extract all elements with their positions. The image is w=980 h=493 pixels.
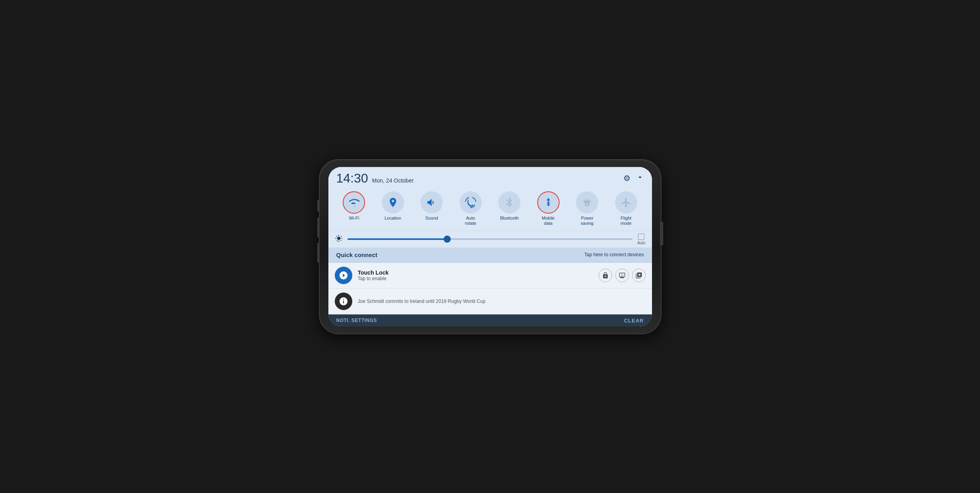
status-bar: 14:30 Mon, 24 October ⚙ xyxy=(328,167,652,188)
notif-news[interactable]: Joe Schmidt commits to Ireland until 201… xyxy=(328,289,652,314)
touchlock-subtitle: Tap to enable xyxy=(358,276,593,281)
location-label: Location xyxy=(385,216,401,221)
autorotate-icon-circle xyxy=(460,191,482,214)
touchlock-title: Touch Lock xyxy=(358,269,593,276)
wifi-icon-circle xyxy=(343,191,365,214)
qs-autorotate[interactable]: Autorotate xyxy=(455,191,487,226)
news-text: Joe Schmidt commits to Ireland until 201… xyxy=(358,299,646,304)
volume-up-button[interactable] xyxy=(317,200,320,212)
mobiledata-label: Mobiledata xyxy=(542,216,555,226)
touchlock-content: Touch Lock Tap to enable xyxy=(358,269,593,281)
brightness-slider[interactable] xyxy=(348,238,632,240)
status-icons-group: ⚙ xyxy=(623,173,644,183)
quick-connect-label: Quick connect xyxy=(336,251,377,258)
touchlock-media-btn[interactable] xyxy=(632,269,646,282)
time-date-group: 14:30 Mon, 24 October xyxy=(336,171,414,186)
powersaving-icon-circle xyxy=(576,191,598,214)
bottom-bar: NOTI. SETTINGS CLEAR xyxy=(328,314,652,326)
date-display: Mon, 24 October xyxy=(372,177,414,184)
touchlock-screen-btn[interactable] xyxy=(615,269,629,282)
sound-label: Sound xyxy=(425,216,438,221)
notifications-area: Touch Lock Tap to enable xyxy=(328,262,652,314)
news-icon xyxy=(335,293,352,310)
brightness-thumb xyxy=(444,236,451,243)
wifi-label: Wi-Fi xyxy=(349,216,359,221)
brightness-sun-icon xyxy=(335,234,343,244)
expand-icon[interactable] xyxy=(636,173,644,183)
power-button[interactable] xyxy=(660,222,663,246)
qs-location[interactable]: Location xyxy=(377,191,409,226)
phone-screen: 14:30 Mon, 24 October ⚙ Wi-Fi xyxy=(328,167,652,326)
brightness-auto-group: Auto xyxy=(637,234,646,245)
brightness-row: Auto xyxy=(328,231,652,247)
quick-connect-tap: Tap here to connect devices xyxy=(584,252,644,257)
notif-touchlock[interactable]: Touch Lock Tap to enable xyxy=(328,263,652,289)
brightness-auto-label: Auto xyxy=(637,241,646,245)
bixby-button[interactable] xyxy=(317,243,320,263)
phone-body: SAMSUNG 14:30 Mon, 24 October ⚙ xyxy=(319,159,662,334)
powersaving-label: Powersaving xyxy=(581,216,593,226)
qs-flightmode[interactable]: Flightmode xyxy=(610,191,642,226)
qs-powersaving[interactable]: Powersaving xyxy=(571,191,603,226)
touchlock-icon xyxy=(335,267,352,284)
brightness-fill xyxy=(348,238,447,240)
quick-settings-panel: Wi-Fi Location Sound xyxy=(328,188,652,231)
touchlock-lock-btn[interactable] xyxy=(599,269,612,282)
qs-wifi[interactable]: Wi-Fi xyxy=(338,191,370,226)
touchlock-actions xyxy=(599,269,646,282)
flightmode-label: Flightmode xyxy=(621,216,632,226)
bluetooth-icon-circle xyxy=(498,191,520,214)
bluetooth-label: Bluetooth xyxy=(500,216,518,221)
mobiledata-icon-circle xyxy=(537,191,560,214)
qs-mobiledata[interactable]: Mobiledata xyxy=(532,191,564,226)
sound-icon-circle xyxy=(420,191,443,214)
brightness-auto-checkbox[interactable] xyxy=(638,234,644,240)
news-content: Joe Schmidt commits to Ireland until 201… xyxy=(358,299,646,304)
qs-bluetooth[interactable]: Bluetooth xyxy=(493,191,525,226)
location-icon-circle xyxy=(382,191,404,214)
qs-sound[interactable]: Sound xyxy=(416,191,448,226)
noti-settings-label[interactable]: NOTI. SETTINGS xyxy=(336,318,377,323)
quick-connect-row[interactable]: Quick connect Tap here to connect device… xyxy=(328,247,652,262)
clear-button[interactable]: CLEAR xyxy=(624,318,644,324)
flightmode-icon-circle xyxy=(615,191,637,214)
autorotate-label: Autorotate xyxy=(465,216,476,226)
time-display: 14:30 xyxy=(336,171,368,186)
settings-icon[interactable]: ⚙ xyxy=(623,173,630,183)
volume-down-button[interactable] xyxy=(317,218,320,238)
